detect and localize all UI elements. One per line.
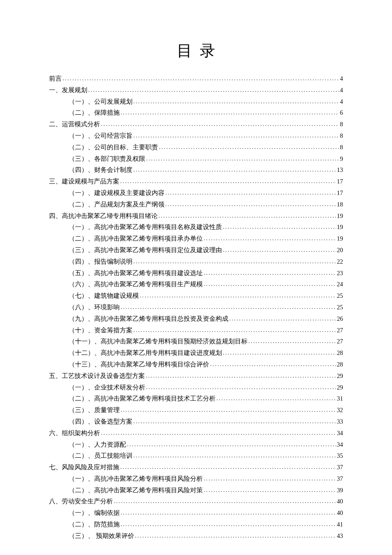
toc-entry: （二）、公司的目标、主要职责8 <box>49 143 343 151</box>
toc-leader-dots <box>248 337 336 345</box>
toc-leader-dots <box>121 520 336 528</box>
toc-entry-label: （一）、企业技术研发分析 <box>69 383 145 392</box>
toc-entry: （一）、编制依据40 <box>49 509 343 517</box>
toc-entry-page: 19 <box>337 212 343 220</box>
toc-entry-page: 41 <box>337 520 343 529</box>
toc-leader-dots <box>133 98 339 105</box>
toc-leader-dots <box>165 200 336 208</box>
toc-entry-label: （二）、高抗冲击聚苯乙烯专用料项目承办单位 <box>69 234 203 243</box>
toc-leader-dots <box>133 418 336 425</box>
toc-entry-label: 三、建设规模与产品方案 <box>49 177 119 186</box>
toc-entry-page: 24 <box>337 280 343 288</box>
toc-entry-label: （一）、公司经营宗旨 <box>69 131 133 140</box>
toc-entry-label: （六）、高抗冲击聚苯乙烯专用料项目生产规模 <box>69 280 203 288</box>
toc-leader-dots <box>101 120 339 128</box>
toc-entry-page: 8 <box>340 131 343 140</box>
toc-leader-dots <box>229 315 336 323</box>
toc-entry: （六）、高抗冲击聚苯乙烯专用料项目生产规模24 <box>49 280 343 288</box>
toc-entry-label: 前言 <box>49 74 62 83</box>
toc-entry: 八、劳动安全生产分析40 <box>49 497 343 506</box>
toc-entry-page: 22 <box>337 257 343 266</box>
toc-entry: （十二）、高抗冲击聚苯乙用专用料项目建设进度规划28 <box>49 349 343 357</box>
toc-entry-page: 19 <box>337 234 343 243</box>
toc-entry: （二）、产品规划方案及生产纲领18 <box>49 200 343 209</box>
toc-entry-page: 27 <box>337 326 343 334</box>
toc-entry: （二）、防范措施41 <box>49 520 343 529</box>
toc-entry-page: 33 <box>337 417 343 426</box>
toc-entry: （三）、高抗冲击聚苯乙烯专用料项目定位及建设理由20 <box>49 246 343 254</box>
toc-entry: （十三）、高抗冲击聚苯乙埽专用料项目综合评价28 <box>49 360 343 369</box>
toc-leader-dots <box>121 303 336 311</box>
toc-leader-dots <box>165 189 336 197</box>
toc-entry-page: 6 <box>340 108 343 117</box>
toc-entry-label: （十一）、高抗冲击聚苯乙烯专用料项目预期经济效益规划目标 <box>69 337 248 346</box>
toc-entry-page: 26 <box>337 314 343 323</box>
toc-entry-label: （二）、高抗冲击聚苯乙烯专用料项目风险对策 <box>69 486 203 494</box>
toc-entry: （四）、报告编制说明22 <box>49 257 343 266</box>
toc-leader-dots <box>135 532 336 540</box>
toc-entry: 五、工艺技术设计及设备选型方案29 <box>49 372 343 380</box>
toc-entry-label: （五）、高抗冲击聚苯乙烯专用料项目建设选址 <box>69 269 203 277</box>
toc-entry-label: （二）、产品规划方案及生产纲领 <box>69 200 164 209</box>
toc-entry-label: 四、高抗冲击聚苯乙埽专用料项目绪论 <box>49 212 158 220</box>
toc-entry-label: （四）、财务会计制度 <box>69 166 133 174</box>
toc-entry-label: （十三）、高抗冲击聚苯乙埽专用料项目综合评价 <box>69 360 209 369</box>
toc-leader-dots <box>133 166 336 174</box>
toc-entry-page: 9 <box>340 154 343 163</box>
toc-entry-page: 8 <box>340 120 343 128</box>
toc-entry-label: （十二）、高抗冲击聚苯乙用专用料项目建设进度规划 <box>69 349 222 357</box>
toc-leader-dots <box>204 486 336 494</box>
toc-entry-page: 17 <box>337 177 343 186</box>
toc-entry: （一）、公司经营宗旨8 <box>49 131 343 140</box>
toc-leader-dots <box>159 212 336 220</box>
toc-leader-dots <box>204 475 336 482</box>
toc-entry-label: （一）、人力资源配 <box>69 440 126 449</box>
toc-leader-dots <box>146 372 336 380</box>
toc-entry-page: 25 <box>337 303 343 311</box>
toc-entry-label: 七、风险风险及应对措施 <box>49 463 119 471</box>
toc-entry-page: 4 <box>340 74 343 83</box>
toc-entry: （九）、高抗冲击聚苯乙烯专用料项目总投资及资金构成26 <box>49 314 343 323</box>
toc-leader-dots <box>120 463 336 471</box>
toc-entry-label: （二）、防范措施 <box>69 520 120 529</box>
toc-entry-label: （一）、高抗冲击聚苯乙烯专用料项目风险分析 <box>69 474 203 483</box>
toc-entry-page: 31 <box>337 394 343 403</box>
toc-leader-dots <box>114 497 336 505</box>
toc-entry: （一）、高抗冲击聚苯乙烯专用料项目名称及建设性质19 <box>49 223 343 231</box>
toc-entry-page: 39 <box>337 486 343 494</box>
toc-entry-label: （三）、各部门职责及权限 <box>69 154 145 163</box>
toc-entry-label: （八）、环境影响 <box>69 303 120 311</box>
toc-entry-page: 37 <box>337 463 343 471</box>
toc-entry-label: （二）、公司的目标、主要职责 <box>69 143 158 151</box>
toc-leader-dots <box>159 143 339 151</box>
toc-entry-page: 37 <box>337 474 343 483</box>
toc-entry: （四）、财务会计制度13 <box>49 166 343 174</box>
toc-entry: （三）、质量管理32 <box>49 406 343 414</box>
toc-leader-dots <box>120 177 336 185</box>
toc-entry-page: 34 <box>337 429 343 437</box>
toc-entry-page: 17 <box>337 189 343 197</box>
toc-entry-label: （十）、资金筹措方案 <box>69 326 133 334</box>
toc-entry-page: 29 <box>337 383 343 392</box>
toc-entry: （三）、 预期效果评价43 <box>49 532 343 540</box>
toc-entry-label: （三）、 预期效果评价 <box>69 532 134 540</box>
toc-entry-label: （四）、设备选型方案 <box>69 417 133 426</box>
toc-entry-label: （三）、质量管理 <box>69 406 120 414</box>
toc-entry: （二）、员工技能培训35 <box>49 451 343 460</box>
toc-entry: （一）、公司发展规划4 <box>49 97 343 106</box>
toc-leader-dots <box>121 509 336 517</box>
toc-entry-page: 40 <box>337 497 343 506</box>
toc-entry: （五）、高抗冲击聚苯乙烯专用料项目建设选址23 <box>49 269 343 277</box>
toc-leader-dots <box>133 326 336 334</box>
toc-entry-page: 23 <box>337 269 343 277</box>
toc-entry-page: 34 <box>337 440 343 449</box>
toc-entry-page: 29 <box>337 372 343 380</box>
toc-leader-dots <box>63 75 339 82</box>
toc-entry: （十一）、高抗冲击聚苯乙烯专用料项目预期经济效益规划目标27 <box>49 337 343 346</box>
toc-leader-dots <box>223 246 336 254</box>
toc-leader-dots <box>101 429 336 437</box>
toc-entry-page: 27 <box>337 337 343 346</box>
toc-entry: （二）、高抗冲击聚苯乙烯专用料项目风险对策39 <box>49 486 343 494</box>
toc-leader-dots <box>204 269 336 277</box>
toc-leader-dots <box>204 280 336 288</box>
